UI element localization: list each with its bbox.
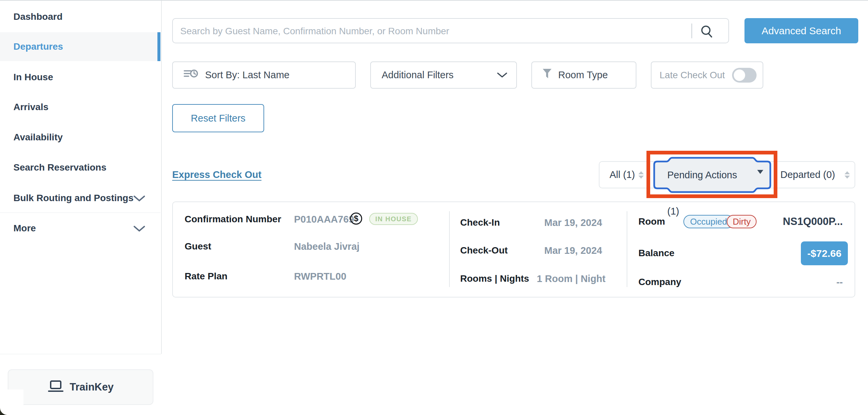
sort-by-label: Sort By: Last Name	[205, 69, 289, 81]
additional-filters-dropdown[interactable]: Additional Filters	[370, 61, 517, 89]
sidebar-item-more[interactable]: More	[0, 214, 160, 243]
advanced-search-button[interactable]: Advanced Search	[744, 18, 858, 43]
check-out-label: Check-Out	[460, 244, 508, 257]
occupied-status-badge: Occupied	[683, 215, 734, 228]
company-value: --	[776, 275, 843, 289]
trainkey-button[interactable]: TrainKey	[8, 369, 153, 405]
caret-down-icon[interactable]	[757, 170, 763, 174]
search-input[interactable]	[180, 19, 678, 43]
rooms-nights-value: 1 Room | Night	[508, 272, 606, 286]
sidebar-item-label: Departures	[13, 41, 63, 52]
sidebar-item-label: Arrivals	[13, 102, 48, 113]
room-type-label: Room Type	[558, 69, 608, 81]
laptop-icon	[48, 380, 64, 394]
sidebar-item-label: Search Reservations	[13, 162, 106, 173]
chevron-down-icon	[133, 224, 145, 235]
tab-departed[interactable]: Departed (0)	[780, 162, 835, 188]
sidebar-item-label: In House	[13, 72, 53, 83]
confirmation-number-value[interactable]: P010AAA769	[294, 212, 354, 226]
company-label: Company	[639, 275, 681, 289]
funnel-filter-icon	[542, 68, 552, 82]
reset-filters-button[interactable]: Reset Filters	[172, 104, 264, 132]
search-icon[interactable]	[700, 24, 714, 40]
sort-arrows-icon[interactable]	[639, 171, 644, 179]
room-label: Room	[639, 215, 665, 228]
dirty-status-badge: Dirty	[727, 215, 756, 228]
search-box	[172, 18, 729, 43]
tab-pending-actions[interactable]: Pending Actions (1)	[667, 157, 751, 193]
balance-amount-chip[interactable]: -$72.66	[801, 241, 848, 265]
sidebar-item-label: Bulk Routing and Postings	[13, 193, 133, 204]
additional-filters-label: Additional Filters	[382, 69, 454, 81]
sidebar-item-search-reservations[interactable]: Search Reservations	[0, 153, 160, 182]
trainkey-label: TrainKey	[70, 381, 114, 393]
check-in-value: Mar 19, 2024	[501, 216, 602, 229]
sort-by-button[interactable]: Sort By: Last Name	[172, 61, 356, 89]
sidebar-item-arrivals[interactable]: Arrivals	[0, 93, 160, 122]
sidebar-footer-divider	[0, 354, 161, 354]
sidebar-item-in-house[interactable]: In House	[0, 63, 160, 92]
guest-label: Guest	[185, 240, 211, 253]
active-indicator-bar	[157, 32, 160, 61]
rate-plan-value: RWPRTL00	[294, 270, 346, 283]
express-check-out-link[interactable]: Express Check Out	[172, 169, 261, 180]
sort-arrows-icon[interactable]	[844, 171, 850, 179]
sidebar-item-label: Availability	[13, 132, 63, 143]
sidebar: Dashboard Departures In House Arrivals A…	[0, 1, 162, 354]
search-divider	[691, 24, 692, 38]
sidebar-item-label: More	[13, 223, 36, 234]
sort-by-time-icon	[184, 68, 198, 82]
confirmation-number-label: Confirmation Number	[185, 212, 281, 226]
guest-value: Nabeela Jivraj	[294, 240, 360, 253]
late-check-out-control: Late Check Out	[651, 61, 763, 89]
sidebar-item-bulk-routing[interactable]: Bulk Routing and Postings	[0, 184, 160, 212]
in-house-status-badge: IN HOUSE	[369, 213, 418, 225]
room-number-value[interactable]: NS1Q000P...	[759, 214, 843, 229]
chevron-down-icon	[497, 69, 507, 81]
sidebar-item-label: Dashboard	[13, 11, 62, 22]
sidebar-item-dashboard[interactable]: Dashboard	[0, 2, 160, 31]
card-divider	[627, 211, 627, 287]
balance-label: Balance	[639, 246, 674, 260]
window-corner-mask	[0, 389, 24, 415]
tab-all[interactable]: All (1)	[610, 162, 635, 188]
check-out-value: Mar 19, 2024	[501, 244, 602, 257]
reservation-card[interactable]: Confirmation Number P010AAA769 $ IN HOUS…	[172, 202, 855, 297]
late-check-out-label: Late Check Out	[659, 70, 725, 81]
rate-plan-label: Rate Plan	[185, 270, 227, 283]
check-in-label: Check-In	[460, 216, 500, 229]
room-type-button[interactable]: Room Type	[531, 61, 637, 89]
card-divider	[449, 211, 450, 287]
sidebar-divider	[0, 212, 160, 213]
toggle-knob	[734, 69, 745, 81]
sidebar-item-departures[interactable]: Departures	[0, 32, 160, 61]
late-check-out-toggle[interactable]	[732, 68, 756, 83]
chevron-down-icon	[133, 194, 145, 205]
dollar-circle-icon[interactable]: $	[350, 212, 362, 225]
sidebar-item-availability[interactable]: Availability	[0, 123, 160, 152]
